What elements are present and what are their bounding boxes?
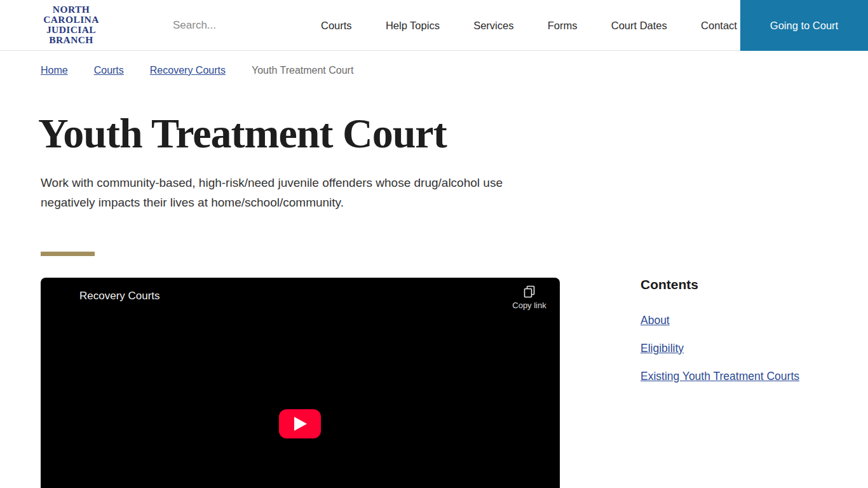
logo-line: JUDICIAL [39,25,103,35]
breadcrumb: Home Courts Recovery Courts Youth Treatm… [41,65,353,76]
youtube-play-icon[interactable] [279,409,321,438]
page-title: Youth Treatment Court [38,111,447,156]
site-header: NORTH CAROLINA JUDICIAL BRANCH Courts He… [0,0,868,51]
copy-icon [523,285,536,298]
contents-link-eligibility[interactable]: Eligibility [641,342,831,355]
nav-item-contact[interactable]: Contact [701,20,737,32]
nav-item-court-dates[interactable]: Court Dates [611,20,667,32]
main-nav: Courts Help Topics Services Forms Court … [321,0,737,51]
page: NORTH CAROLINA JUDICIAL BRANCH Courts He… [0,0,868,488]
logo-line: NORTH [39,4,103,15]
contents-link-existing-youth-treatment-courts[interactable]: Existing Youth Treatment Courts [641,370,831,383]
intro-text: Work with community-based, high-risk/nee… [41,173,557,212]
contents-sidebar: Contents About Eligibility Existing Yout… [641,277,831,398]
logo-line: BRANCH [39,35,103,45]
play-triangle-icon [293,416,307,431]
copy-link-button[interactable]: Copy link [508,285,550,310]
nav-item-services[interactable]: Services [473,20,513,32]
gold-divider [41,252,95,256]
going-to-court-button[interactable]: Going to Court [740,0,868,51]
nav-item-help-topics[interactable]: Help Topics [386,20,440,32]
video-title[interactable]: Recovery Courts [79,290,160,302]
nav-item-courts[interactable]: Courts [321,20,352,32]
breadcrumb-current: Youth Treatment Court [252,65,353,76]
video-player[interactable]: Recovery Courts Copy link [41,278,560,488]
logo-line: CAROLINA [39,15,103,25]
copy-link-label: Copy link [512,301,546,310]
breadcrumb-home[interactable]: Home [41,65,68,76]
site-logo[interactable]: NORTH CAROLINA JUDICIAL BRANCH [39,4,103,45]
contents-heading: Contents [641,277,831,292]
contents-link-about[interactable]: About [641,314,831,327]
breadcrumb-courts[interactable]: Courts [94,65,124,76]
breadcrumb-recovery-courts[interactable]: Recovery Courts [150,65,226,76]
search-input[interactable] [173,15,300,36]
nav-item-forms[interactable]: Forms [548,20,578,32]
